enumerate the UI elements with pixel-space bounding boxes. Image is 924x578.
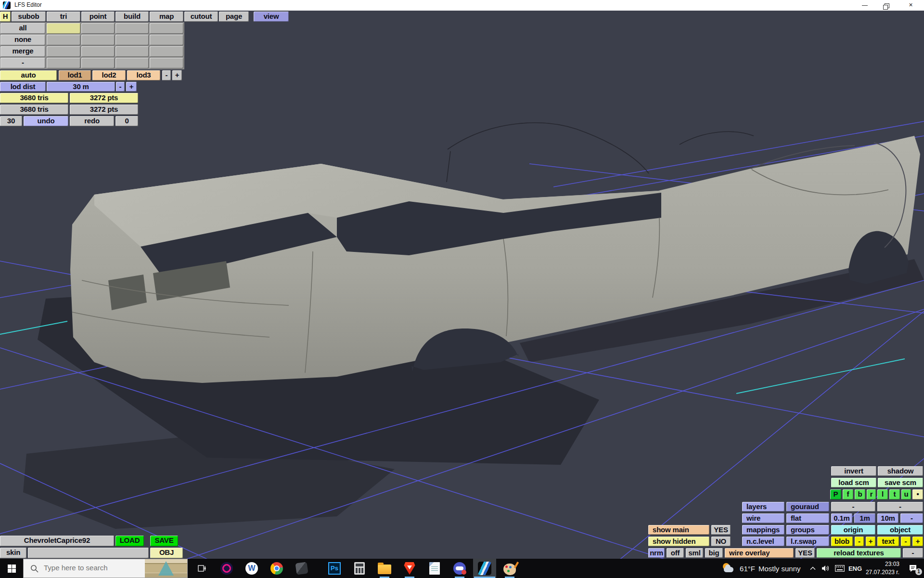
weather-condition[interactable]: Mostly sunny	[758, 559, 805, 578]
blob-button[interactable]: blob	[831, 537, 853, 546]
menu-cutout[interactable]: cutout	[184, 12, 218, 22]
select-none-button[interactable]: none	[0, 35, 45, 45]
grid-cell[interactable]	[81, 23, 115, 34]
model-name[interactable]: ChevroletCaprice92	[0, 536, 114, 546]
skin-name-field[interactable]	[28, 548, 149, 558]
menu-page[interactable]: page	[219, 12, 249, 22]
obj-button[interactable]: OBJ	[150, 548, 183, 558]
invert-button[interactable]: invert	[831, 466, 876, 476]
search-highlight-image[interactable]	[145, 559, 187, 578]
clock[interactable]: 23:03 27.07.2023 r.	[865, 560, 899, 577]
menu-build[interactable]: build	[116, 12, 149, 22]
load-scm-button[interactable]: load scm	[831, 478, 876, 487]
app-purple-button[interactable]	[215, 559, 238, 578]
lod2-button[interactable]: lod2	[92, 70, 126, 80]
load-button[interactable]: LOAD	[116, 536, 144, 546]
search-input[interactable]	[43, 563, 136, 572]
grid-cell[interactable]	[81, 35, 115, 45]
grid-cell-active[interactable]	[47, 23, 80, 34]
notification-center-button[interactable]: 1	[903, 559, 923, 578]
sml-button[interactable]: sml	[686, 548, 703, 558]
volume-button[interactable]	[819, 559, 833, 578]
restore-button[interactable]	[876, 0, 898, 11]
grid-cell[interactable]	[150, 23, 183, 34]
grid-1m-button[interactable]: 1m	[854, 513, 875, 523]
wire-overlay-toggle[interactable]: YES	[796, 548, 815, 558]
3d-viewport[interactable]	[0, 11, 924, 559]
grid-cell[interactable]	[47, 58, 80, 68]
mappings-button[interactable]: mappings	[742, 525, 784, 535]
wire-button[interactable]: wire	[742, 513, 784, 523]
brave-button[interactable]	[398, 559, 421, 578]
tray-expand-button[interactable]	[807, 559, 819, 578]
grid-cell[interactable]	[150, 35, 183, 45]
language-indicator[interactable]: ENG	[847, 559, 863, 578]
text-plus-button[interactable]: +	[912, 537, 923, 546]
grid-cell[interactable]	[47, 46, 80, 57]
wire-overlay-label[interactable]: wire overlay	[725, 548, 794, 558]
nrm-button[interactable]: nrm	[648, 548, 665, 558]
lod3-button[interactable]: lod3	[127, 70, 160, 80]
flat-button[interactable]: flat	[786, 513, 829, 523]
grid-cell[interactable]	[116, 23, 149, 34]
grid-cell[interactable]	[81, 58, 115, 68]
paint-button[interactable]	[498, 559, 521, 578]
dash-button-2[interactable]: -	[877, 502, 923, 512]
taskbar-search[interactable]	[23, 559, 188, 578]
show-main-label[interactable]: show main	[648, 525, 709, 535]
chrome-button[interactable]	[265, 559, 288, 578]
menu-point[interactable]: point	[81, 12, 115, 22]
save-button[interactable]: SAVE	[150, 536, 178, 546]
dash-button-1[interactable]: -	[831, 502, 875, 512]
notepad-button[interactable]	[423, 559, 446, 578]
menu-map[interactable]: map	[150, 12, 183, 22]
blob-minus-button[interactable]: -	[855, 537, 864, 546]
merge-button[interactable]: merge	[0, 46, 45, 57]
lod1-button[interactable]: lod1	[59, 70, 91, 80]
touch-keyboard-button[interactable]	[833, 559, 847, 578]
file-explorer-button[interactable]	[373, 559, 396, 578]
grid-cell[interactable]	[116, 58, 149, 68]
view-key-l[interactable]: l	[877, 489, 888, 499]
save-scm-button[interactable]: save scm	[878, 478, 923, 487]
reload-textures-button[interactable]: reload textures	[817, 548, 901, 558]
lr-swap-button[interactable]: l.r.swap	[786, 537, 829, 546]
text-minus-button[interactable]: -	[901, 537, 911, 546]
close-button[interactable]: ×	[898, 0, 924, 11]
grid-0-1m-button[interactable]: 0.1m	[831, 513, 852, 523]
app-w-button[interactable]: W	[240, 559, 263, 578]
show-hidden-label[interactable]: show hidden	[648, 537, 709, 546]
start-button[interactable]	[0, 559, 23, 578]
view-key-P[interactable]: P	[830, 489, 841, 499]
shadow-button[interactable]: shadow	[878, 466, 923, 476]
lod-dist-plus[interactable]: +	[126, 82, 137, 92]
game-capture-button[interactable]	[448, 559, 471, 578]
task-view-button[interactable]	[190, 559, 213, 578]
weather-temp[interactable]: 61°F	[737, 559, 757, 578]
grid-cell[interactable]	[116, 35, 149, 45]
lfs-editor-taskbar-button[interactable]	[473, 559, 496, 578]
text-button[interactable]: text	[877, 537, 899, 546]
end-dash-button[interactable]: -	[903, 548, 923, 558]
grid-cell[interactable]	[47, 35, 80, 45]
groups-button[interactable]: groups	[786, 525, 829, 535]
grid-cell[interactable]	[150, 58, 183, 68]
minimize-button[interactable]	[854, 0, 876, 11]
blob-plus-button[interactable]: +	[866, 537, 875, 546]
menu-tri[interactable]: tri	[47, 12, 80, 22]
origin-button[interactable]: origin	[831, 525, 875, 535]
menu-subob[interactable]: subob	[12, 12, 46, 22]
menu-view[interactable]: view	[254, 12, 289, 22]
grid-10m-button[interactable]: 10m	[877, 513, 898, 523]
select-all-button[interactable]: all	[0, 23, 45, 34]
lod-dist-minus[interactable]: -	[116, 82, 125, 92]
grid-cell[interactable]	[150, 46, 183, 57]
view-key-f[interactable]: f	[843, 489, 853, 499]
lod-dist-value[interactable]: 30 m	[47, 82, 115, 92]
menu-h[interactable]: H	[0, 12, 11, 22]
weather-button[interactable]	[721, 559, 735, 578]
grid-cell[interactable]	[116, 46, 149, 57]
view-key-b[interactable]: b	[855, 489, 865, 499]
object-button[interactable]: object	[877, 525, 923, 535]
big-button[interactable]: big	[705, 548, 723, 558]
